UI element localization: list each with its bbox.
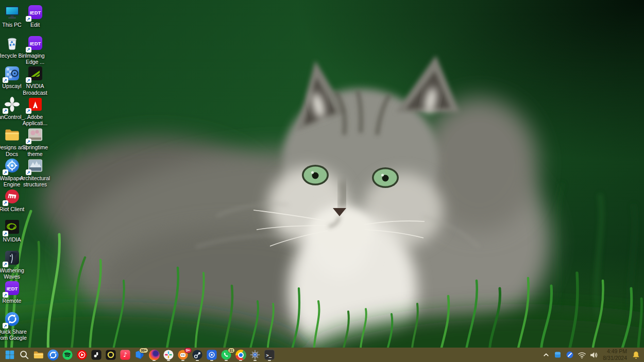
tray-wifi-icon[interactable]: [576, 348, 587, 361]
taskbar-ring-app[interactable]: [104, 348, 117, 361]
taskbar-youtube-music[interactable]: [75, 348, 89, 361]
system-tray: 4:49 PM 8/31/2024: [540, 348, 644, 362]
tray-tray-app-blue-square-icon[interactable]: [552, 348, 564, 361]
shortcut-arrow-icon: ↗: [26, 16, 31, 22]
messaging-app-badge: 99+: [139, 348, 148, 353]
quickshare-icon: ↗: [4, 311, 21, 327]
desktop-icon-springtime-theme[interactable]: ↗Springtime theme: [19, 126, 52, 157]
shortcut-arrow-icon: ↗: [3, 200, 8, 206]
running-indicator: [196, 360, 199, 361]
folder-icon: [4, 126, 21, 143]
recycle-icon: [4, 35, 21, 51]
shortcut-arrow-icon: ↗: [3, 262, 8, 267]
monitor-icon: [4, 4, 21, 21]
clock-time: 4:49 PM: [603, 348, 627, 355]
desktop-icon-quick-share-from-google[interactable]: ↗Quick Share from Google: [0, 311, 28, 341]
taskbar-clock[interactable]: 4:49 PM 8/31/2024: [603, 348, 627, 361]
taskbar-media-app[interactable]: [90, 348, 103, 361]
desktop-icon-remote[interactable]: IEDT↗Remote: [0, 280, 28, 304]
desktop-icon-label: Imaging Edge ...: [19, 53, 52, 65]
taskbar-start-button[interactable]: [3, 348, 16, 361]
svg-text:>_: >_: [266, 352, 272, 358]
iedt-icon: IEDT↗: [27, 4, 44, 21]
tray-tray-app-blue-circle-icon[interactable]: [564, 348, 575, 361]
desktop-icon-nvidia[interactable]: ↗NVIDIA: [0, 218, 28, 243]
running-indicator: [225, 360, 228, 361]
svg-text:♪: ♪: [123, 351, 127, 358]
shortcut-arrow-icon: ↗: [3, 169, 8, 175]
running-indicator: [253, 360, 257, 361]
desktop-icon-imaging-edge[interactable]: IEDT↗Imaging Edge ...: [19, 35, 52, 65]
fan-icon: ↗: [4, 96, 21, 113]
shortcut-arrow-icon: ↗: [26, 77, 31, 83]
shortcut-arrow-icon: ↗: [26, 47, 31, 53]
iedt-icon: IEDT↗: [4, 280, 21, 297]
nvbroadcast-icon: ↗: [27, 65, 44, 82]
svg-text:IEDT: IEDT: [29, 40, 41, 46]
desktop-icon-wuthering-waves[interactable]: ↗Wuthering Waves: [0, 249, 28, 280]
desktop-icon-riot-client[interactable]: ↗Riot Client: [0, 188, 28, 212]
taskbar-steam[interactable]: [191, 348, 204, 361]
shortcut-arrow-icon: ↗: [26, 108, 31, 114]
desktop-icon-label: Remote: [3, 298, 22, 304]
shortcut-arrow-icon: ↗: [26, 169, 31, 175]
wuwa-icon: ↗: [4, 249, 21, 266]
running-indicator: [268, 360, 271, 361]
tray-hidden-icons-chevron-icon[interactable]: [540, 348, 552, 361]
desktop-icon-nvidia-broadcast[interactable]: ↗NVIDIA Broadcast: [19, 65, 52, 96]
taskbar-spotify[interactable]: [61, 348, 74, 361]
desktop-icon-label: NVIDIA: [3, 236, 21, 243]
desktop-icon-label: Springtime theme: [19, 144, 52, 157]
shortcut-arrow-icon: ↗: [3, 231, 8, 236]
desktop-icon-label: NVIDIA Broadcast: [19, 83, 52, 96]
running-indicator: [167, 360, 170, 361]
clock-date: 8/31/2024: [603, 355, 627, 361]
whatsapp-badge: 31: [228, 348, 235, 353]
shortcut-arrow-icon: ↗: [3, 292, 8, 298]
riot-icon: ↗: [4, 188, 21, 205]
taskbar-file-explorer[interactable]: [32, 348, 45, 361]
wengine-icon: ↗: [4, 157, 21, 174]
adobe-icon: ↗: [27, 96, 44, 113]
svg-text:IEDT: IEDT: [29, 10, 41, 15]
running-indicator: [181, 360, 184, 361]
shortcut-arrow-icon: ↗: [3, 323, 8, 329]
desktop-icon-label: Wuthering Waves: [0, 267, 28, 280]
taskbar-settings[interactable]: [248, 348, 262, 361]
desktop-icon-label: Architectural structures: [19, 175, 52, 188]
taskbar: ♪99+9+31>_ 4:49 PM 8/31/2024: [0, 348, 644, 362]
nvidia-icon: ↗: [4, 218, 21, 235]
shortcut-arrow-icon: ↗: [3, 77, 8, 83]
taskbar-chat-app[interactable]: 9+: [176, 348, 190, 361]
notification-bell-icon[interactable]: [630, 348, 641, 361]
chat-app-badge: 9+: [184, 348, 192, 353]
shortcut-arrow-icon: ↗: [3, 108, 8, 114]
taskbar-chrome[interactable]: [234, 348, 247, 361]
taskbar-apps: ♪99+9+31>_: [0, 348, 277, 362]
desktop-icon-edit[interactable]: IEDT↗Edit: [19, 4, 52, 28]
taskbar-firefox[interactable]: [147, 348, 161, 361]
taskbar-apple-music[interactable]: ♪: [118, 348, 132, 361]
upscayl-icon: ↗: [4, 65, 21, 82]
desktop-icon-label: Riot Client: [0, 206, 24, 212]
taskbar-terminal[interactable]: >_: [263, 348, 276, 361]
desktop-icons: This PCIEDT↗EditRecycle BinIEDT↗Imaging …: [0, 0, 644, 348]
iedt-icon: IEDT↗: [27, 35, 44, 51]
taskbar-messaging-app[interactable]: 99+: [133, 348, 146, 361]
running-indicator: [152, 360, 156, 361]
taskbar-slack[interactable]: [162, 348, 175, 361]
archimg-icon: ↗: [27, 157, 44, 174]
desktop-icon-label: Edit: [30, 22, 40, 28]
running-indicator: [210, 360, 213, 361]
shortcut-arrow-icon: ↗: [26, 139, 31, 144]
desktop-icon-label: Adobe Applicati...: [19, 114, 52, 127]
tray-volume-icon[interactable]: [588, 348, 599, 361]
svg-text:IEDT: IEDT: [6, 286, 18, 291]
taskbar-camera-app[interactable]: [205, 348, 218, 361]
desktop-icon-adobe-applicati[interactable]: ↗Adobe Applicati...: [19, 96, 52, 127]
taskbar-whatsapp[interactable]: 31: [219, 348, 233, 361]
taskbar-quick-share-app[interactable]: [46, 348, 60, 361]
desktop-icon-label: Quick Share from Google: [0, 329, 28, 341]
taskbar-search-button[interactable]: [18, 348, 31, 361]
desktop-icon-architectural-structures[interactable]: ↗Architectural structures: [19, 157, 52, 188]
